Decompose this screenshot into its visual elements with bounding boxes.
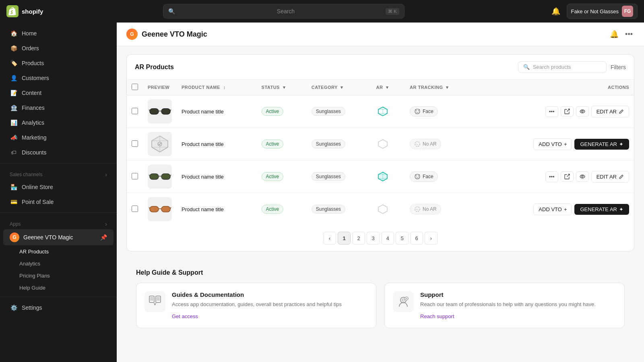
sidebar-item-online-store[interactable]: 🏪 Online Store [3,180,114,194]
help-section-title: Help Guide & Support [136,269,625,276]
sidebar-sub-analytics[interactable]: Analytics [3,258,114,269]
prev-page-button[interactable]: ‹ [323,232,336,245]
status-badge-1: Active [262,107,284,116]
content-icon: 📝 [10,89,18,97]
select-all-checkbox[interactable] [132,84,138,90]
more-btn-3[interactable]: ••• [545,171,558,182]
ar-filter-icon[interactable]: ▾ [386,85,389,90]
sparkle-icon-2: ✦ [619,141,623,147]
notification-page-icon[interactable]: 🔔 [608,28,620,40]
sidebar-item-settings[interactable]: ⚙️ Settings [3,300,114,315]
support-content: Support Reach our team of professionals … [420,291,596,320]
pagination: ‹ 1 2 3 4 5 6 › [127,225,634,251]
page-4-button[interactable]: 4 [381,232,394,245]
sidebar-label-content: Content [22,90,41,96]
product-name-4: Product name title [177,193,257,226]
product-status-1: Active [257,95,307,128]
product-ar-4 [372,193,405,226]
notification-button[interactable]: 🔔 [550,5,562,17]
more-options-button[interactable]: ••• [623,28,634,40]
row-checkbox-3 [127,160,143,193]
header-product-name-text: PRODUCT NAME [182,85,220,90]
product-actions-1: ••• EDIT AR [477,95,634,128]
orders-icon: 📦 [10,44,18,52]
search-shortcut: ⌘ K [386,8,399,15]
support-link[interactable]: Reach support [420,313,454,319]
sales-channels-label: Sales channels [10,172,42,177]
next-page-button[interactable]: › [425,232,438,245]
svg-point-18 [418,176,419,177]
more-btn-1[interactable]: ••• [545,106,558,117]
sidebar-item-customers[interactable]: 👤 Customers [3,71,114,85]
search-products-input[interactable]: 🔍 Search products [518,61,607,73]
sidebar-sub-pricing-plans[interactable]: Pricing Plans [3,270,114,282]
sidebar-divider-3 [0,297,117,297]
support-icon [393,291,414,312]
sort-icon[interactable]: ↕ [223,85,225,90]
external-link-btn-3[interactable] [561,171,574,182]
sidebar-label-discounts: Discounts [22,149,46,156]
preview-btn-3[interactable] [576,171,589,182]
sidebar-item-home[interactable]: 🏠 Home [3,26,114,41]
row-3-checkbox[interactable] [132,173,138,179]
edit-ar-button-3[interactable]: EDIT AR [591,171,629,183]
svg-rect-0 [150,109,159,114]
page-5-button[interactable]: 5 [396,232,409,245]
sales-channels-section: Sales channels › [0,167,117,179]
product-status-4: Active [257,193,307,226]
status-filter-icon[interactable]: ▾ [283,85,286,90]
sidebar-item-marketing[interactable]: 📣 Marketing [3,130,114,145]
table-row: Product name title Active Sunglasses [127,95,634,128]
add-vto-button-2[interactable]: ADD VTO + [533,138,572,150]
row-2-checkbox[interactable] [132,140,138,147]
apps-chevron-icon: › [105,221,107,227]
edit-ar-button-1[interactable]: EDIT AR [591,106,629,117]
settings-icon: ⚙️ [10,304,18,312]
filters-button[interactable]: Filters [611,64,626,70]
product-actions-3: ••• EDIT AR [477,160,634,193]
add-vto-button-4[interactable]: ADD VTO + [533,204,572,215]
product-category-1: Sunglasses [307,95,372,128]
ar-tracking-filter-icon[interactable]: ▾ [446,85,449,90]
external-link-btn-1[interactable] [561,106,574,117]
tracking-label-4: No AR [423,206,437,212]
guides-link[interactable]: Get access [172,313,198,319]
ar-tracking-badge-1: Face [410,106,438,117]
category-badge-1: Sunglasses [312,107,345,116]
product-ar-tracking-2: No AR [405,128,477,160]
sidebar-sub-ar-products[interactable]: AR Products [3,246,114,257]
sidebar-item-finances[interactable]: 🏦 Finances [3,101,114,115]
sidebar-item-analytics[interactable]: 📊 Analytics [3,115,114,130]
page-2-button[interactable]: 2 [352,232,365,245]
row-1-checkbox[interactable] [132,108,138,114]
sidebar-item-products[interactable]: 🏷️ Products [3,56,114,70]
category-badge-4: Sunglasses [312,205,345,214]
sidebar-item-orders[interactable]: 📦 Orders [3,41,114,56]
discounts-icon: 🏷 [10,148,18,156]
generate-ar-button-4[interactable]: GENERATE AR ✦ [574,204,629,215]
row-4-checkbox[interactable] [132,206,138,212]
search-box[interactable]: 🔍 Search ⌘ K [163,4,405,19]
product-ar-tracking-4: No AR [405,193,477,226]
store-selector[interactable]: Fake or Not Glasses FG [567,4,638,19]
page-1-button[interactable]: 1 [338,232,351,245]
sidebar-item-content[interactable]: 📝 Content [3,86,114,100]
header-category-text: CATEGORY [312,85,338,90]
preview-btn-1[interactable] [576,106,589,117]
sidebar-item-point-of-sale[interactable]: 💳 Point of Sale [3,195,114,209]
page-3-button[interactable]: 3 [367,232,380,245]
ar-products-card: AR Products 🔍 Search products Filters [126,54,634,251]
category-filter-icon[interactable]: ▾ [341,85,343,90]
generate-ar-button-2[interactable]: GENERATE AR ✦ [574,139,629,150]
store-avatar: FG [622,6,633,17]
svg-line-3 [149,109,150,111]
topbar: shopify 🔍 Search ⌘ K 🔔 Fake or Not Glass… [0,0,644,23]
sidebar-sub-help-guide[interactable]: Help Guide [3,282,114,294]
sidebar-item-discounts[interactable]: 🏷 Discounts [3,145,114,160]
page-6-button[interactable]: 6 [410,232,423,245]
app-geenee[interactable]: G Geenee VTO Magic 📌 [3,229,114,245]
ar-box-icon-2 [376,138,389,150]
chevron-right-icon: › [105,171,107,178]
tracking-label-3: Face [423,174,433,179]
shopify-logo: shopify [6,5,87,17]
